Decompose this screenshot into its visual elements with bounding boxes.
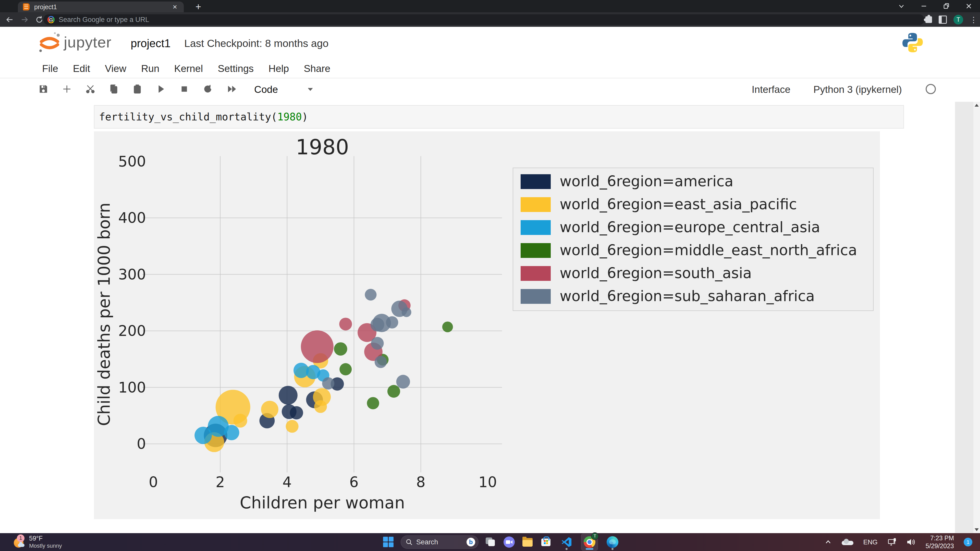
clock[interactable]: 7:23 PM 5/29/2023 — [926, 534, 954, 550]
bubble-east_asia_pacific[interactable] — [314, 400, 327, 413]
notification-badge[interactable]: 1 — [964, 538, 972, 546]
menu-run[interactable]: Run — [141, 63, 159, 74]
search-icon — [406, 538, 413, 546]
notebook-title[interactable]: project1 — [130, 37, 171, 50]
bubble-sub_saharan_africa[interactable] — [375, 356, 387, 368]
chrome-button[interactable]: T — [581, 534, 598, 551]
y-tick-label: 300 — [118, 266, 146, 283]
cut-cell-button[interactable] — [85, 84, 95, 95]
save-button[interactable] — [38, 84, 48, 95]
cell-type-select[interactable]: Code — [254, 84, 278, 95]
bubble-middle_east_north_africa[interactable] — [334, 342, 347, 356]
python-logo-icon — [901, 32, 924, 55]
onedrive-icon[interactable] — [842, 539, 853, 545]
window-restore-icon[interactable] — [935, 0, 958, 12]
paste-cell-button[interactable] — [132, 84, 142, 95]
notebook-scrollbar[interactable] — [974, 102, 980, 533]
copy-cell-button[interactable] — [109, 84, 119, 95]
chrome-profile-badge: T — [591, 532, 599, 540]
bubble-sub_saharan_africa[interactable] — [386, 316, 398, 329]
bubble-east_asia_pacific[interactable] — [261, 401, 278, 418]
menu-kernel[interactable]: Kernel — [174, 63, 203, 74]
window-chevron-icon[interactable] — [890, 0, 913, 12]
legend-label: world_6region=america — [560, 173, 733, 189]
vscode-button[interactable] — [558, 534, 575, 551]
window-minimize-icon[interactable] — [913, 0, 935, 12]
cell-type-chevron-icon[interactable] — [307, 85, 314, 94]
bubble-sub_saharan_africa[interactable] — [322, 377, 334, 389]
network-icon[interactable] — [887, 537, 897, 547]
menu-view[interactable]: View — [105, 63, 126, 74]
menu-share[interactable]: Share — [304, 63, 330, 74]
date-label: 5/29/2023 — [926, 542, 954, 550]
bubble-sub_saharan_africa[interactable] — [396, 375, 410, 389]
scroll-down-icon[interactable] — [975, 528, 979, 531]
tray-chevron-icon[interactable] — [824, 538, 832, 546]
start-button[interactable] — [382, 536, 395, 548]
temperature-label: 59°F — [29, 535, 62, 542]
back-icon[interactable] — [5, 14, 15, 25]
bubble-sub_saharan_africa[interactable] — [371, 337, 384, 350]
bubble-middle_east_north_africa[interactable] — [442, 321, 453, 332]
bubble-sub_saharan_africa[interactable] — [371, 318, 384, 332]
bubble-middle_east_north_africa[interactable] — [339, 363, 352, 375]
microsoft-store-button[interactable] — [540, 536, 552, 548]
bubble-europe_central_asia[interactable] — [224, 425, 239, 440]
browser-tab[interactable]: project1 × — [18, 2, 184, 12]
notebook-right-gutter — [955, 102, 974, 533]
interface-label[interactable]: Interface — [752, 84, 791, 95]
bubble-south_asia[interactable] — [301, 330, 334, 363]
bubble-sub_saharan_africa[interactable] — [402, 307, 411, 317]
new-tab-button[interactable]: + — [192, 1, 205, 12]
file-explorer-button[interactable] — [522, 536, 534, 548]
tab-title: project1 — [34, 3, 171, 11]
bubble-america[interactable] — [279, 386, 298, 405]
url-bar[interactable]: Search Google or type a URL — [43, 14, 924, 25]
browser-menu-icon[interactable]: ⋮ — [970, 15, 977, 24]
bubble-sub_saharan_africa[interactable] — [365, 289, 377, 300]
screen: project1 × + Search Google or type a URL — [0, 0, 980, 551]
task-view-button[interactable] — [485, 536, 497, 548]
menu-edit[interactable]: Edit — [73, 63, 90, 74]
menu-file[interactable]: File — [42, 63, 58, 74]
forward-icon[interactable] — [19, 14, 30, 25]
window-controls — [890, 0, 980, 12]
edge-button[interactable] — [604, 534, 621, 551]
bubble-middle_east_north_africa[interactable] — [387, 385, 400, 398]
kernel-name-label[interactable]: Python 3 (ipykernel) — [813, 84, 902, 95]
time-label: 7:23 PM — [926, 534, 954, 542]
menu-bar: FileEditViewRunKernelSettingsHelpShare — [0, 59, 980, 78]
restart-kernel-button[interactable] — [203, 84, 213, 95]
scroll-up-icon[interactable] — [975, 104, 979, 106]
profile-avatar[interactable]: T — [953, 15, 963, 24]
weather-widget[interactable]: 1 59°F Mostly sunny — [13, 535, 62, 549]
run-cell-button[interactable] — [156, 84, 166, 95]
reload-icon[interactable] — [34, 14, 45, 25]
side-panel-icon[interactable] — [939, 16, 947, 24]
restart-run-all-button[interactable] — [226, 84, 237, 95]
menu-settings[interactable]: Settings — [218, 63, 254, 74]
y-tick-label: 0 — [137, 435, 146, 452]
bubble-america[interactable] — [290, 406, 303, 419]
chat-button[interactable] — [503, 536, 515, 548]
bubble-middle_east_north_africa[interactable] — [367, 397, 379, 410]
kernel-status-icon[interactable] — [925, 83, 937, 96]
bubble-east_asia_pacific[interactable] — [286, 420, 299, 433]
y-tick-label: 400 — [118, 210, 146, 226]
bubble-east_asia_pacific[interactable] — [234, 414, 247, 427]
code-cell-input[interactable]: fertility_vs_child_mortality(1980) — [94, 105, 904, 129]
stop-kernel-button[interactable] — [179, 84, 189, 95]
vscode-running-dot — [566, 548, 568, 550]
x-tick-label: 6 — [349, 474, 359, 491]
insert-cell-button[interactable] — [62, 84, 72, 95]
tab-close-icon[interactable]: × — [171, 3, 179, 11]
menu-help[interactable]: Help — [269, 63, 289, 74]
extensions-icon[interactable] — [925, 16, 932, 23]
taskbar-search[interactable]: Search b — [401, 535, 479, 549]
volume-icon[interactable] — [906, 537, 916, 547]
legend-swatch-middle_east_north_africa — [520, 243, 551, 258]
window-close-icon[interactable] — [958, 0, 980, 12]
language-indicator[interactable]: ENG — [863, 538, 877, 546]
bubble-south_asia[interactable] — [339, 318, 352, 330]
y-tick-label: 100 — [118, 379, 146, 396]
